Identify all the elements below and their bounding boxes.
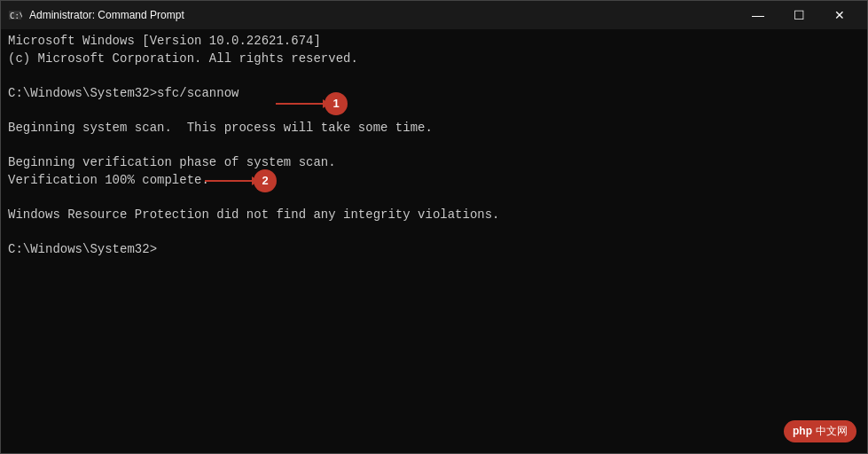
terminal-line-result: Windows Resource Protection did not find… xyxy=(8,207,860,224)
maximize-button[interactable]: ☐ xyxy=(778,1,819,29)
terminal-line xyxy=(8,67,860,85)
arrow-2 xyxy=(205,180,254,182)
terminal-line xyxy=(8,189,860,207)
terminal-line: (c) Microsoft Corporation. All rights re… xyxy=(8,51,860,68)
cmd-window: C:\ Administrator: Command Prompt — ☐ ✕ … xyxy=(0,0,868,454)
window-controls: — ☐ ✕ xyxy=(738,1,860,29)
minimize-button[interactable]: — xyxy=(738,1,778,29)
terminal-line: Microsoft Windows [Version 10.0.22621.67… xyxy=(8,33,860,51)
terminal-body[interactable]: Microsoft Windows [Version 10.0.22621.67… xyxy=(1,29,867,453)
annotation-2: 2 xyxy=(205,169,277,192)
terminal-line xyxy=(8,137,860,155)
terminal-line-prompt: C:\Windows\System32> xyxy=(8,241,860,259)
watermark-subtext: 中文网 xyxy=(816,424,848,439)
svg-text:C:\: C:\ xyxy=(10,12,22,20)
watermark-text: php xyxy=(793,424,812,439)
terminal-line xyxy=(8,224,860,242)
watermark: php 中文网 xyxy=(784,420,856,442)
annotation-1: 1 xyxy=(276,92,348,115)
close-button[interactable]: ✕ xyxy=(819,1,860,29)
title-bar: C:\ Administrator: Command Prompt — ☐ ✕ xyxy=(1,1,867,29)
terminal-line-verification-complete: Verification 100% complete. xyxy=(8,172,860,190)
arrow-1 xyxy=(276,103,325,105)
terminal-line: Beginning system scan. This process will… xyxy=(8,120,860,137)
cmd-icon: C:\ xyxy=(8,8,22,22)
terminal-line-command: C:\Windows\System32>sfc/scannow xyxy=(8,85,860,103)
terminal-line xyxy=(8,102,860,120)
terminal-line-verification-start: Beginning verification phase of system s… xyxy=(8,154,860,172)
window-title: Administrator: Command Prompt xyxy=(29,9,738,21)
